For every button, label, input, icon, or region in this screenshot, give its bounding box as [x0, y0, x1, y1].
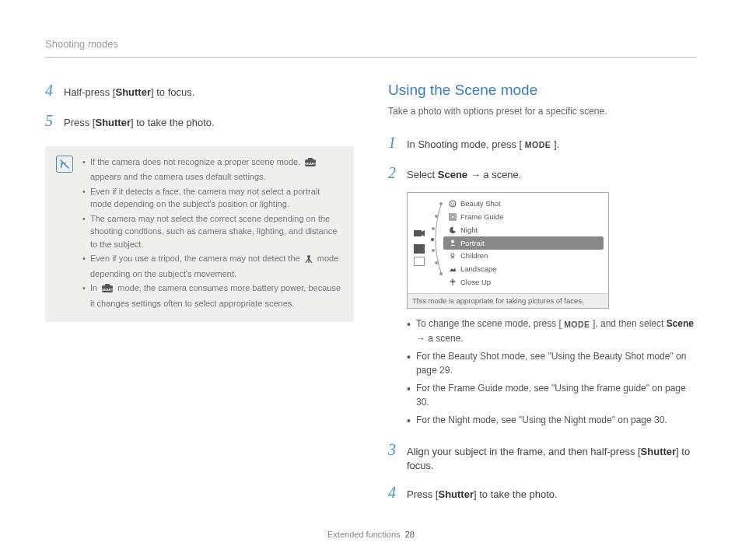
- step-2-right: 2 Select Scene → a scene.: [388, 162, 697, 184]
- step-text: Select Scene → a scene.: [407, 166, 521, 183]
- face-icon: [448, 200, 457, 208]
- breadcrumb: Shooting modes: [45, 37, 697, 52]
- text: Press [: [64, 117, 95, 128]
- scene-hint: This mode is appropriate for taking pict…: [408, 293, 608, 308]
- svg-point-9: [435, 215, 438, 218]
- step-text: Align your subject in the frame, and the…: [407, 443, 697, 474]
- text: ].: [551, 138, 559, 150]
- scene-mode-box: [414, 257, 425, 266]
- bold-text: Scene: [667, 318, 694, 329]
- step-number: 2: [388, 162, 399, 184]
- svg-point-15: [450, 201, 456, 207]
- svg-rect-18: [450, 214, 456, 220]
- frame-icon: [448, 212, 457, 221]
- note-item: The camera may not select the correct sc…: [82, 212, 343, 251]
- note-icon-wrap: [56, 156, 73, 312]
- note-item: In SMART mode, the camera consumes more …: [82, 282, 343, 310]
- svg-rect-1: [308, 158, 313, 160]
- text: ], and then select: [590, 318, 667, 329]
- step-number: 1: [388, 131, 399, 154]
- svg-point-17: [453, 203, 453, 204]
- text: → a scene.: [467, 169, 521, 180]
- svg-rect-7: [414, 230, 422, 236]
- smart-icon: SMART: [304, 158, 317, 171]
- text: Select: [407, 169, 438, 180]
- tip-item: For the Beauty Shot mode, see "Using the…: [407, 349, 697, 378]
- scene-body: Beauty Shot Frame Guide Night Portrait: [408, 193, 608, 293]
- text: → a scene.: [416, 333, 464, 344]
- scene-selector: Beauty Shot Frame Guide Night Portrait: [407, 192, 609, 310]
- flower-icon: [448, 278, 457, 286]
- text: mode, the camera consumes more battery p…: [90, 283, 341, 308]
- step-number: 5: [45, 110, 56, 132]
- bold-text: Scene: [438, 169, 467, 180]
- text: ] to take the photo.: [474, 488, 558, 500]
- step-number: 3: [388, 439, 399, 461]
- scene-mode-selected: [414, 244, 425, 254]
- text: Half-press [: [64, 86, 115, 98]
- scene-mode-icons: [411, 196, 428, 290]
- step-3-right: 3 Align your subject in the frame, and t…: [388, 439, 697, 474]
- scene-label: Night: [460, 225, 478, 236]
- scene-item-close-up: Close Up: [443, 275, 604, 289]
- step-text: Press [Shutter] to take the photo.: [407, 486, 558, 502]
- text: ] to focus.: [151, 86, 194, 98]
- text: appears and the camera uses default sett…: [90, 172, 266, 181]
- video-icon: [414, 229, 425, 241]
- tip-item: For the Night mode, see "Using the Night…: [407, 413, 697, 428]
- svg-text:SMART: SMART: [305, 162, 317, 166]
- left-column: 4 Half-press [Shutter] to focus. 5 Press…: [45, 79, 354, 512]
- scene-item-beauty-shot: Beauty Shot: [443, 198, 604, 211]
- svg-point-25: [450, 281, 451, 282]
- step-number: 4: [45, 79, 56, 102]
- section-subtitle: Take a photo with options preset for a s…: [388, 105, 697, 118]
- svg-point-13: [435, 261, 438, 264]
- bold-text: Shutter: [95, 117, 131, 128]
- svg-rect-19: [451, 215, 454, 219]
- scene-label: Portrait: [460, 238, 485, 249]
- text: ] to take the photo.: [131, 117, 215, 128]
- text: Align your subject in the frame, and the…: [407, 446, 641, 457]
- portrait-icon: [448, 239, 457, 247]
- step-text: Half-press [Shutter] to focus.: [64, 84, 194, 100]
- scene-item-portrait: Portrait: [443, 236, 604, 250]
- svg-text:SMART: SMART: [102, 288, 114, 292]
- content-columns: 4 Half-press [Shutter] to focus. 5 Press…: [45, 79, 697, 512]
- scene-item-night: Night: [443, 223, 604, 236]
- text: If the camera does not recognize a prope…: [90, 157, 303, 166]
- moon-icon: [448, 226, 457, 234]
- text: Press [: [407, 488, 438, 500]
- scene-label: Frame Guide: [460, 212, 503, 222]
- tip-item: For the Frame Guide mode, see "Using the…: [407, 381, 697, 410]
- svg-point-3: [307, 255, 310, 258]
- svg-point-14: [439, 272, 443, 275]
- children-icon: [448, 252, 457, 261]
- landscape-icon: [448, 264, 457, 273]
- bold-text: Shutter: [641, 446, 677, 457]
- scene-curve: [428, 196, 443, 290]
- bold-text: Shutter: [115, 86, 151, 98]
- scene-item-children: Children: [443, 250, 604, 263]
- tips-list: To change the scene mode, press [ MODE ]…: [407, 317, 697, 427]
- step-text: In Shooting mode, press [ MODE ].: [407, 136, 559, 152]
- mode-label: MODE: [525, 140, 551, 149]
- svg-point-12: [432, 249, 435, 252]
- svg-point-11: [431, 238, 434, 241]
- page-footer: Extended functions 28: [0, 529, 742, 541]
- tripod-icon: [304, 254, 313, 268]
- smart-icon: SMART: [101, 284, 114, 297]
- svg-point-23: [452, 279, 453, 281]
- svg-point-21: [451, 254, 454, 257]
- svg-rect-5: [105, 284, 110, 286]
- scene-item-landscape: Landscape: [443, 263, 604, 276]
- scene-item-frame-guide: Frame Guide: [443, 211, 604, 224]
- note-list: If the camera does not recognize a prope…: [82, 156, 343, 312]
- note-item: Even if you use a tripod, the camera may…: [82, 252, 343, 280]
- text: Even if you use a tripod, the camera may…: [90, 254, 303, 263]
- step-number: 4: [388, 481, 399, 504]
- page-number: 28: [405, 530, 415, 539]
- step-4-left: 4 Half-press [Shutter] to focus.: [45, 79, 354, 102]
- svg-point-16: [450, 203, 451, 204]
- note-box: If the camera does not recognize a prope…: [45, 146, 354, 323]
- page-header: Shooting modes: [45, 37, 697, 58]
